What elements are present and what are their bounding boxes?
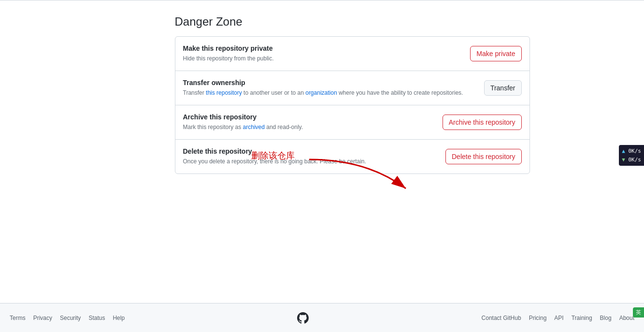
footer-link-status[interactable]: Status xyxy=(88,315,105,321)
transfer-button[interactable]: Transfer xyxy=(484,80,522,96)
danger-item-archive-text: Archive this repository Mark this reposi… xyxy=(183,113,443,131)
github-logo-icon xyxy=(297,312,309,324)
transfer-link-this[interactable]: this repository xyxy=(206,89,242,96)
delete-title: Delete this repository xyxy=(183,147,445,155)
danger-zone-title: Danger Zone xyxy=(175,15,530,29)
green-badge: 英 xyxy=(633,307,644,318)
make-private-button[interactable]: Make private xyxy=(470,46,521,61)
footer-link-about[interactable]: About xyxy=(619,315,634,321)
net-up-icon: ▲ xyxy=(622,148,625,154)
transfer-link-org[interactable]: organization xyxy=(305,89,337,96)
danger-item-make-private: Make this repository private Hide this r… xyxy=(175,37,530,71)
danger-zone-box: Make this repository private Hide this r… xyxy=(175,36,530,174)
footer-link-blog[interactable]: Blog xyxy=(600,315,612,321)
footer-center xyxy=(297,312,309,324)
transfer-title: Transfer ownership xyxy=(183,79,484,87)
footer-link-training[interactable]: Training xyxy=(572,315,592,321)
danger-item-archive: Archive this repository Mark this reposi… xyxy=(175,105,530,140)
top-divider xyxy=(0,0,644,0)
footer-link-help[interactable]: Help xyxy=(113,315,125,321)
footer-link-terms[interactable]: Terms xyxy=(10,315,26,321)
footer-left: Terms Privacy Security Status Help xyxy=(10,315,125,321)
footer-link-security[interactable]: Security xyxy=(60,315,81,321)
archive-link-archived[interactable]: archived xyxy=(243,124,265,130)
net-up-value: 0K/s xyxy=(629,148,642,154)
footer-link-privacy[interactable]: Privacy xyxy=(33,315,52,321)
footer: Terms Privacy Security Status Help Conta… xyxy=(0,303,644,332)
network-widget: ▲ 0K/s ▼ 0K/s xyxy=(619,145,644,166)
archive-title: Archive this repository xyxy=(183,113,443,121)
make-private-title: Make this repository private xyxy=(183,44,471,52)
danger-item-make-private-text: Make this repository private Hide this r… xyxy=(183,44,471,63)
footer-link-contact-github[interactable]: Contact GitHub xyxy=(482,315,521,321)
network-down: ▼ 0K/s xyxy=(622,156,641,164)
archive-desc: Mark this repository as archived and rea… xyxy=(183,123,443,131)
delete-desc: Once you delete a repository, there is n… xyxy=(183,157,445,166)
danger-item-delete-text: Delete this repository Once you delete a… xyxy=(183,147,445,166)
make-private-desc: Hide this repository from the public. xyxy=(183,54,471,63)
transfer-desc: Transfer this repository to another user… xyxy=(183,88,484,97)
danger-item-transfer-text: Transfer ownership Transfer this reposit… xyxy=(183,79,484,97)
net-down-value: 0K/s xyxy=(629,157,642,163)
footer-right: Contact GitHub Pricing API Training Blog… xyxy=(482,315,634,321)
footer-link-pricing[interactable]: Pricing xyxy=(529,315,547,321)
archive-button[interactable]: Archive this repository xyxy=(443,115,522,130)
network-up: ▲ 0K/s xyxy=(622,147,641,156)
delete-button[interactable]: Delete this repository xyxy=(445,149,522,164)
net-down-icon: ▼ xyxy=(622,157,625,163)
main-content: Danger Zone Make this repository private… xyxy=(105,15,540,174)
danger-item-transfer: Transfer ownership Transfer this reposit… xyxy=(175,71,530,105)
danger-item-delete: Delete this repository Once you delete a… xyxy=(175,140,530,173)
footer-link-api[interactable]: API xyxy=(554,315,563,321)
